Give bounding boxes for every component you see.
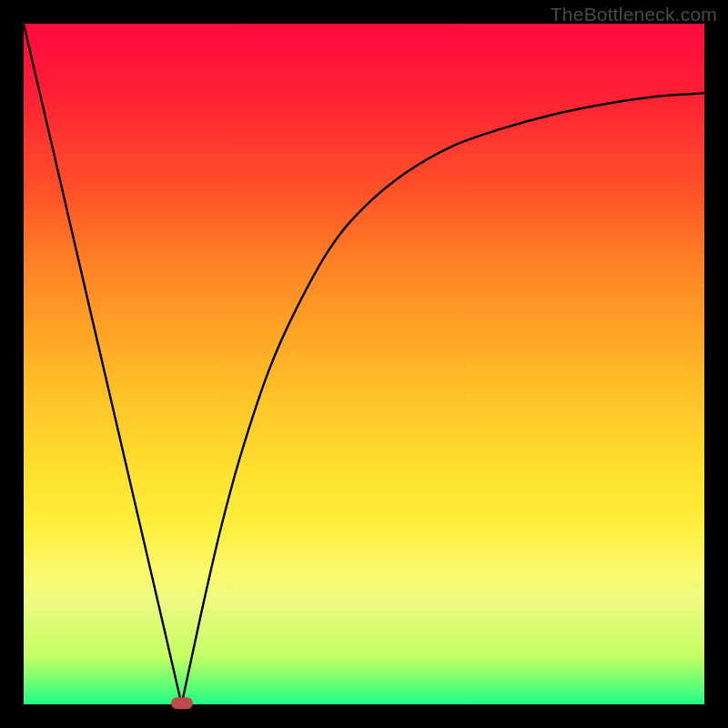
plot-area — [24, 24, 704, 704]
curve-svg — [24, 24, 704, 704]
watermark-text: TheBottleneck.com — [551, 4, 717, 25]
chart-container: TheBottleneck.com — [0, 0, 728, 728]
minimum-marker — [171, 697, 193, 709]
bottleneck-curve — [24, 24, 704, 704]
